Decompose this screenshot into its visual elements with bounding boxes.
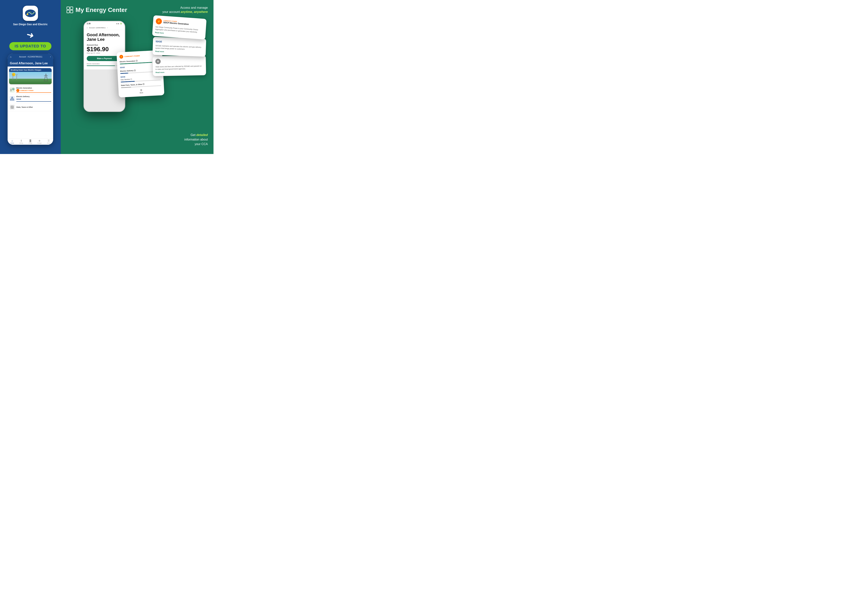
account-row: ⌂ Account: 123456789011 › bbox=[87, 27, 122, 29]
nav-home[interactable]: ⌂ Home bbox=[8, 139, 17, 144]
charge-label-1: Electric Generation bbox=[87, 63, 100, 65]
phone-greeting-text: Good Afternoon, Jane Lee bbox=[10, 62, 48, 65]
nav-more-label: More bbox=[47, 143, 50, 144]
nav-usage-label: Usage bbox=[29, 143, 32, 144]
svg-line-4 bbox=[13, 74, 14, 75]
sdcp-bolt-icon: ⚡ bbox=[157, 20, 160, 23]
sdge-card-body: SDG&E maintains and operates the electri… bbox=[155, 44, 203, 51]
phone-greeting-bar: Good Afternoon, Jane Lee bbox=[8, 60, 53, 67]
svg-text:SDGE: SDGE bbox=[16, 98, 21, 100]
phone-home-icon: ⌂ bbox=[87, 27, 88, 29]
sdcp-logo-circle: ⚡ bbox=[156, 18, 162, 24]
state-info-card[interactable]: 🏛 State taxes and fees are collected by … bbox=[152, 55, 206, 76]
app-icon[interactable] bbox=[23, 6, 38, 21]
nav-usage[interactable]: ▐▌ Usage bbox=[26, 139, 35, 144]
state-read-more[interactable]: Read more bbox=[156, 71, 203, 73]
notch-bar: 2:30 ▲▲ 🔋 bbox=[84, 21, 125, 26]
state-taxes-item[interactable]: State, Taxes & Other bbox=[8, 103, 53, 111]
phone-bottom-nav: ⌂ Home $ Billing ▐▌ Usage ⊕ Outage ☰ Mor… bbox=[8, 138, 53, 145]
svg-text:SDGE: SDGE bbox=[120, 66, 125, 68]
electric-gen-name: Electric Generation bbox=[16, 87, 51, 89]
gas-bar-fill bbox=[121, 81, 135, 82]
bottom-tagline-get: Get detailed bbox=[191, 133, 208, 137]
svg-line-8 bbox=[17, 74, 18, 75]
electric-gen-icon bbox=[9, 87, 15, 93]
tagline-line1: Access and manage bbox=[180, 6, 208, 9]
promo-card-image bbox=[9, 72, 52, 84]
sdge-info-logo: SDGE bbox=[156, 40, 163, 43]
amount-value: $196.90 bbox=[87, 46, 122, 52]
sdge-read-more[interactable]: Read more bbox=[155, 50, 203, 54]
svg-rect-33 bbox=[67, 10, 69, 13]
phone-chevron-icon: › bbox=[107, 27, 108, 29]
electric-generation-item[interactable]: Electric Generation ⚡ COMMUNITY POWER bbox=[8, 86, 53, 94]
arrow-icon: ➜ bbox=[25, 29, 35, 41]
right-panel: My Energy Center Access and manage your … bbox=[61, 0, 214, 154]
main-phone-header: ⌂ Account: 123456789011 › bbox=[84, 26, 125, 30]
more-button[interactable]: ☰ More bbox=[121, 88, 162, 94]
left-panel: San Diego Gas and Electric ➜ IS UPDATED … bbox=[0, 0, 61, 154]
arrow-container: ➜ bbox=[4, 30, 57, 40]
nav-more[interactable]: ☰ More bbox=[44, 139, 53, 144]
cp-text: COMMUNITY POWER bbox=[20, 90, 34, 91]
state-building-icon: 🏛 bbox=[157, 60, 159, 63]
orange-bar bbox=[16, 92, 51, 93]
bottom-tagline-info: information about bbox=[184, 138, 208, 141]
home-icon: ⌂ bbox=[10, 55, 11, 58]
power-tower-icon bbox=[43, 73, 49, 82]
sdge-app-logo bbox=[25, 9, 36, 18]
svg-text:SDGE: SDGE bbox=[156, 40, 162, 43]
cp-bolt-icon: ⚡ bbox=[120, 56, 123, 58]
app-title: My Energy Center bbox=[76, 6, 127, 14]
home-nav-icon: ⌂ bbox=[11, 139, 13, 142]
sdge-gas-logo: SDGE bbox=[120, 76, 126, 78]
phones-area: 2:30 ▲▲ 🔋 ⌂ Account: 123456789011 › Good… bbox=[66, 17, 208, 140]
state-bar-fill bbox=[121, 87, 131, 88]
gas-service-header: SDGE bbox=[120, 76, 126, 78]
state-tax-info: State, Taxes & Other bbox=[16, 106, 51, 108]
electric-del-info: Electric Delivery SDGE bbox=[16, 96, 51, 102]
billing-nav-icon: $ bbox=[21, 139, 22, 142]
electric-delivery-item[interactable]: Electric Delivery SDGE bbox=[8, 94, 53, 103]
outage-nav-icon: ⊕ bbox=[38, 139, 40, 142]
nav-outage-label: Outage bbox=[37, 143, 42, 144]
promo-card-title: Breaking Down Your Electric Charges bbox=[9, 68, 52, 72]
svg-rect-34 bbox=[70, 10, 73, 13]
time-display: 2:30 bbox=[87, 23, 90, 25]
updated-badge: IS UPDATED TO bbox=[9, 42, 52, 50]
cp-badge-icon: ⚡ bbox=[119, 55, 124, 59]
chevron-right-icon: › bbox=[50, 55, 51, 58]
sdge-info-card[interactable]: SDGE SDG&E maintains and operates the el… bbox=[152, 37, 206, 57]
charges-list: Electric Generation $83.90 bbox=[87, 63, 122, 66]
sdcp-card-title-wrapper: COMMUNITY POWER SDCP Electric Generation bbox=[163, 20, 189, 25]
promo-card[interactable]: Breaking Down Your Electric Charges bbox=[9, 68, 52, 84]
delivery-service-label: Electric Delivery ⓘ bbox=[120, 69, 136, 73]
state-card-body: State taxes and fees are collected by SD… bbox=[156, 65, 203, 70]
cp-logo-badge: ⚡ COMMUNITY POWER bbox=[16, 89, 51, 92]
phone-account-text: Account: 123456789011 bbox=[89, 27, 106, 29]
sdge-card-header: SDGE bbox=[156, 40, 203, 45]
cp-circle-icon: ⚡ bbox=[16, 89, 19, 92]
nav-outage[interactable]: ⊕ Outage bbox=[35, 139, 44, 144]
wind-turbines-icon bbox=[11, 74, 22, 81]
sdge-card-logo: SDGE bbox=[120, 66, 126, 68]
left-phone-mockup: ⌂ Account · #1234567891011 › Good Aftern… bbox=[8, 54, 53, 145]
electric-gen-info: Electric Generation ⚡ COMMUNITY POWER bbox=[16, 87, 51, 93]
blue-bar bbox=[16, 101, 51, 102]
tagline-line2: your account bbox=[162, 10, 180, 14]
account-label: Account · #1234567891011 bbox=[19, 56, 42, 58]
nav-billing[interactable]: $ Billing bbox=[17, 139, 26, 144]
svg-rect-32 bbox=[70, 7, 73, 9]
app-name-label: San Diego Gas and Electric bbox=[13, 23, 48, 26]
electric-del-name: Electric Delivery bbox=[16, 96, 51, 97]
svg-text:SDGE: SDGE bbox=[120, 76, 125, 78]
more-nav-icon: ☰ bbox=[48, 139, 50, 142]
bottom-tagline-highlight: detailed bbox=[197, 133, 208, 137]
state-icon-circle: 🏛 bbox=[155, 59, 160, 64]
delivery-bar-fill bbox=[120, 73, 128, 74]
phone-header-bar: ⌂ Account · #1234567891011 › bbox=[8, 54, 53, 60]
more-lines-icon: ☰ bbox=[140, 89, 143, 91]
svg-marker-10 bbox=[44, 74, 48, 81]
header-tagline: Access and manage your account anytime, … bbox=[162, 6, 208, 14]
sdcp-info-card[interactable]: ⚡ COMMUNITY POWER SDCP Electric Generati… bbox=[152, 15, 207, 40]
